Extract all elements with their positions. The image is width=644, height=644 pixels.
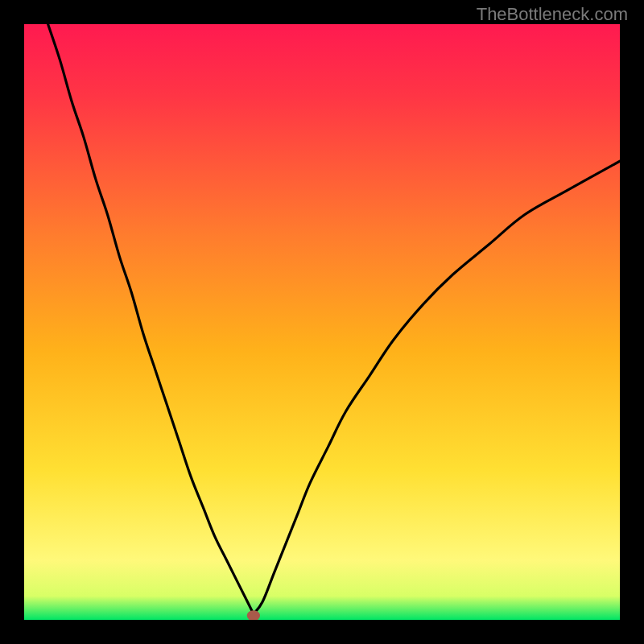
bottleneck-marker — [247, 610, 260, 620]
curve-left-branch — [48, 24, 254, 614]
curve-right-branch — [254, 161, 620, 613]
chart-plot-area — [24, 24, 620, 620]
watermark-text: TheBottleneck.com — [477, 4, 628, 25]
